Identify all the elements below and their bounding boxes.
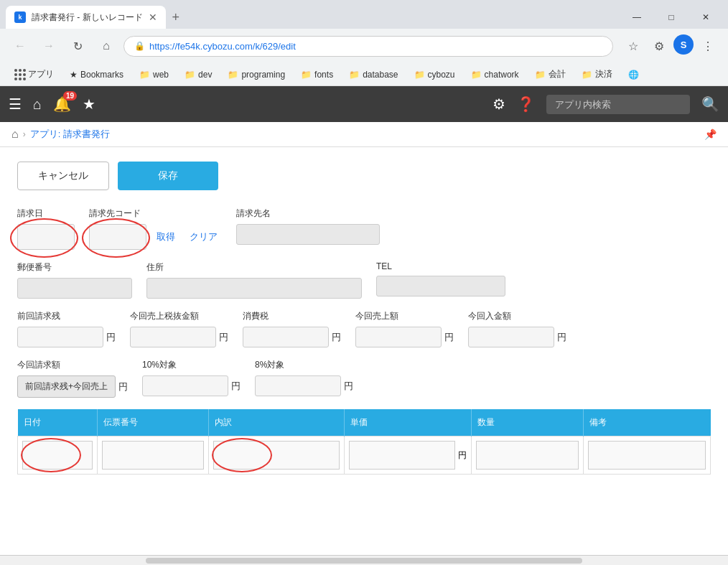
settings-gear-icon[interactable]: ⚙ — [493, 95, 505, 113]
clear-button[interactable]: クリア — [185, 228, 222, 246]
hachi-percent-input[interactable] — [255, 375, 341, 396]
apps-label: アプリ — [28, 68, 54, 80]
tel-input[interactable] — [376, 276, 505, 296]
toolbar-icons: ☆ ⚙ S ⋮ — [622, 34, 719, 57]
zenkai-label: 前回請求残 — [17, 310, 116, 322]
konkai-uriage-num-wrapper: 円 — [130, 327, 228, 347]
en-unit-5: 円 — [557, 331, 566, 344]
breadcrumb-bar: ⌂ › アプリ: 請求書発行 📌 — [0, 122, 728, 147]
bookmark-folder-icon: 📁 — [349, 70, 360, 80]
yubin-label: 郵便番号 — [17, 261, 132, 274]
help-icon[interactable]: ❓ — [517, 95, 535, 113]
konkai-uriage-gaku-field-group: 今回売上額 円 — [355, 310, 454, 347]
konkai-uriage-gaku-input[interactable] — [355, 327, 442, 347]
seikyu-bi-input[interactable] — [17, 224, 75, 250]
shohi-label: 消費税 — [243, 310, 341, 322]
bookmark-star-icon[interactable]: ☆ — [622, 34, 645, 57]
bookmark-web-globe[interactable]: 🌐 — [622, 68, 645, 81]
bookmark-bookmarks[interactable]: ★ Bookmarks — [64, 68, 129, 81]
tanka-input[interactable] — [349, 441, 455, 470]
en-unit-3: 円 — [332, 331, 341, 344]
tab-close-btn[interactable]: ✕ — [149, 11, 157, 23]
konkai-uriage-input[interactable] — [130, 327, 216, 347]
field-row-2: 郵便番号 住所 TEL — [17, 261, 711, 299]
konkai-seikyu-label: 今回請求額 — [17, 359, 128, 371]
seikyu-bi-field-group: 請求日 — [17, 207, 75, 250]
bookmark-folder-icon: 📁 — [582, 70, 592, 80]
col-suryo: 数量 — [472, 409, 583, 436]
favorites-star-icon[interactable]: ★ — [83, 95, 95, 113]
date-input[interactable] — [22, 441, 93, 470]
notification-button[interactable]: 🔔 19 — [53, 95, 71, 113]
apps-bookmark[interactable]: アプリ — [9, 67, 60, 82]
maximize-button[interactable]: □ — [655, 3, 688, 32]
bookmark-folder-icon: 📁 — [185, 70, 195, 80]
save-button[interactable]: 保存 — [118, 162, 218, 190]
zenkai-input[interactable] — [17, 327, 103, 347]
seikyu-saki-code-input[interactable] — [89, 224, 146, 250]
scroll-thumb — [146, 558, 582, 564]
app-search-input[interactable] — [546, 95, 690, 114]
bookmark-web[interactable]: 📁 web — [134, 68, 174, 81]
juu-percent-input[interactable] — [142, 375, 228, 396]
konkai-uriage-field-group: 今回売上税抜金額 円 — [130, 310, 228, 347]
shohi-input[interactable] — [243, 327, 329, 347]
yubin-input[interactable] — [17, 278, 132, 299]
field-row-3: 前回請求残 円 今回売上税抜金額 円 消費税 円 — [17, 310, 711, 347]
minimize-button[interactable]: — — [620, 3, 653, 32]
uchiwake-input[interactable] — [213, 441, 340, 470]
cancel-button[interactable]: キャンセル — [17, 162, 109, 190]
tel-field-group: TEL — [376, 261, 505, 296]
seikyu-saki-name-input[interactable] — [236, 224, 380, 245]
seikyu-bi-label: 請求日 — [17, 207, 75, 220]
seikyu-saki-name-label: 請求先名 — [236, 207, 380, 220]
pin-icon[interactable]: 📌 — [704, 129, 717, 140]
back-button[interactable]: ← — [9, 34, 32, 57]
bookmark-cybozu[interactable]: 📁 cybozu — [409, 68, 461, 81]
menu-icon[interactable]: ⋮ — [696, 34, 719, 57]
active-tab[interactable]: k 請求書発行 - 新しいレコード ✕ — [6, 6, 166, 29]
search-icon[interactable]: 🔍 — [701, 95, 719, 113]
formula-button[interactable]: 前回請求残+今回売上 — [17, 375, 116, 398]
address-box[interactable]: 🔒 https://fe54k.cybozu.com/k/629/edit — [123, 36, 613, 57]
bookmark-kaikei[interactable]: 📁 会計 — [529, 67, 571, 82]
zenkai-num-wrapper: 円 — [17, 327, 116, 347]
bookmark-label: Bookmarks — [80, 70, 123, 80]
konkai-nyukin-label: 今回入金額 — [468, 310, 566, 322]
bookmark-chatwork[interactable]: 📁 chatwork — [465, 68, 525, 81]
horizontal-scrollbar[interactable] — [0, 555, 728, 565]
extension-icon[interactable]: ⚙ — [648, 34, 671, 57]
hamburger-menu-icon[interactable]: ☰ — [9, 95, 22, 113]
konkai-uriage-gaku-label: 今回売上額 — [355, 310, 454, 322]
breadcrumb-home-icon[interactable]: ⌂ — [11, 128, 19, 141]
reload-button[interactable]: ↻ — [66, 34, 89, 57]
bookmark-programing[interactable]: 📁 programing — [222, 68, 291, 81]
forward-button[interactable]: → — [37, 34, 60, 57]
bookmark-folder-icon: 📁 — [228, 70, 238, 80]
tanka-en-unit: 円 — [458, 449, 467, 462]
bookmark-kessai[interactable]: 📁 決済 — [576, 67, 618, 82]
biko-input[interactable] — [588, 441, 706, 470]
jusho-input[interactable] — [146, 278, 362, 299]
bookmark-database[interactable]: 📁 database — [343, 68, 403, 81]
app-home-icon[interactable]: ⌂ — [33, 96, 42, 113]
close-button[interactable]: ✕ — [689, 3, 722, 32]
action-row: キャンセル 保存 — [17, 162, 711, 190]
bookmark-folder-icon: 📁 — [471, 70, 482, 80]
toku-button[interactable]: 取得 — [152, 228, 179, 246]
cell-denpyo — [97, 436, 208, 475]
en-unit-4: 円 — [444, 331, 454, 344]
breadcrumb-app-link[interactable]: アプリ: 請求書発行 — [30, 128, 110, 141]
home-button[interactable]: ⌂ — [95, 34, 118, 57]
cell-tanka: 円 — [344, 436, 471, 475]
profile-avatar[interactable]: S — [673, 34, 694, 55]
denpyo-input[interactable] — [102, 441, 204, 470]
tab-title: 請求書発行 - 新しいレコード — [32, 11, 143, 24]
bookmark-dev[interactable]: 📁 dev — [179, 68, 218, 81]
suryo-input[interactable] — [476, 441, 578, 470]
new-tab-button[interactable]: + — [166, 7, 186, 27]
bookmark-fonts[interactable]: 📁 fonts — [295, 68, 339, 81]
globe-icon: 🌐 — [628, 70, 639, 80]
konkai-nyukin-input[interactable] — [468, 327, 554, 347]
seikyu-saki-code-field-group: 請求先コード 取得 クリア — [89, 207, 222, 250]
